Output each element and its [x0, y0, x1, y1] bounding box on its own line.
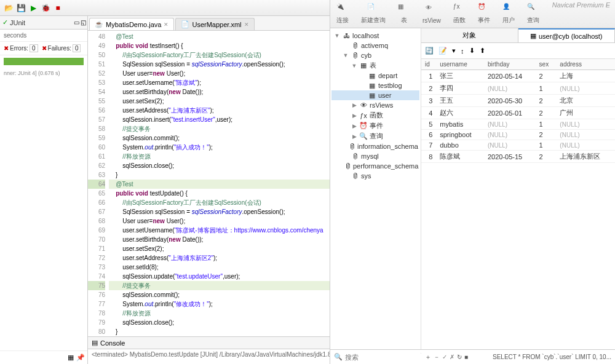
- tree-row[interactable]: ▶👁rsViews: [331, 100, 419, 110]
- column-header[interactable]: birthday: [484, 59, 536, 70]
- sort-icon[interactable]: ↕: [461, 47, 464, 55]
- cell[interactable]: 上海浦东新区: [556, 151, 615, 163]
- delete-row-icon[interactable]: －: [434, 353, 440, 362]
- close-icon[interactable]: ✕: [164, 22, 169, 28]
- close-icon[interactable]: ✕: [244, 22, 249, 28]
- cell[interactable]: 2: [536, 130, 557, 140]
- table-row[interactable]: 7dubbo(NULL)1(NULL): [421, 140, 615, 151]
- cell[interactable]: 广州: [556, 107, 615, 119]
- add-row-icon[interactable]: ＋: [425, 353, 431, 362]
- table-row[interactable]: 4赵六2020-05-012广州: [421, 107, 615, 119]
- tree-toggle-icon[interactable]: ▼: [343, 52, 349, 58]
- cell[interactable]: 北京: [556, 95, 615, 107]
- tree-row[interactable]: ▶ƒx函数: [331, 110, 419, 121]
- cell[interactable]: 王五: [436, 95, 484, 107]
- tree-row[interactable]: 🛢performance_schema: [331, 161, 419, 171]
- search-input[interactable]: [345, 354, 430, 361]
- cell[interactable]: 6: [421, 130, 436, 140]
- toolbar-table[interactable]: ▦表: [392, 2, 416, 26]
- column-header[interactable]: username: [436, 59, 484, 70]
- editor-tab[interactable]: 📄UserMapper.xml✕: [175, 18, 254, 30]
- table-row[interactable]: 6springboot(NULL)2(NULL): [421, 130, 615, 140]
- tree-toggle-icon[interactable]: ▶: [351, 123, 357, 129]
- tree-row[interactable]: ▼🛢cyb: [331, 50, 419, 60]
- editor-content[interactable]: 4849505152535455565758596061626364656667…: [88, 31, 330, 336]
- cell[interactable]: 2020-05-01: [484, 107, 536, 119]
- cell[interactable]: 2020-05-30: [484, 95, 536, 107]
- table-row[interactable]: 3王五2020-05-302北京: [421, 95, 615, 107]
- refresh-icon[interactable]: ↻: [457, 354, 462, 360]
- toolbar-search[interactable]: 🔍查询: [521, 2, 546, 26]
- debug-icon[interactable]: 🐞: [41, 3, 50, 13]
- tree-row[interactable]: ▦testblog: [331, 81, 419, 90]
- column-header[interactable]: sex: [536, 59, 557, 70]
- cell[interactable]: mybatis: [436, 119, 484, 130]
- tree-row[interactable]: ▦depart: [331, 71, 419, 81]
- run-icon[interactable]: ▶: [28, 3, 38, 13]
- table-row[interactable]: 5mybatis(NULL)1(NULL): [421, 119, 615, 130]
- export-icon[interactable]: ⬆: [480, 47, 485, 55]
- layout-icon[interactable]: ▦: [68, 354, 74, 362]
- tree-toggle-icon[interactable]: ▼: [334, 33, 340, 39]
- stop-icon[interactable]: ■: [464, 354, 468, 360]
- tree-toggle-icon[interactable]: ▶: [351, 113, 357, 119]
- cell[interactable]: 1: [536, 119, 557, 130]
- save-icon[interactable]: 💾: [16, 3, 26, 13]
- tree-row[interactable]: ▶🔍查询: [331, 131, 419, 141]
- tree-row[interactable]: ▼🖧localhost: [331, 31, 419, 41]
- editor-tab[interactable]: ☕MybatisDemo.java✕: [89, 18, 174, 30]
- table-row[interactable]: 1张三2020-05-142上海: [421, 70, 615, 82]
- filter-icon[interactable]: ▾: [452, 47, 456, 55]
- stop-icon[interactable]: ■: [53, 3, 63, 13]
- cell[interactable]: (NULL): [484, 82, 536, 95]
- cell[interactable]: 1: [421, 70, 436, 82]
- cell[interactable]: (NULL): [556, 140, 615, 151]
- cell[interactable]: 张三: [436, 70, 484, 82]
- tree-toggle-icon[interactable]: ▼: [351, 63, 357, 69]
- cell[interactable]: 5: [421, 119, 436, 130]
- junit-tab[interactable]: ✓ JUnit: [2, 18, 25, 26]
- cell[interactable]: dubbo: [436, 140, 484, 151]
- cell[interactable]: 2: [536, 151, 557, 163]
- cell[interactable]: (NULL): [556, 119, 615, 130]
- import-icon[interactable]: ⬇: [469, 47, 475, 55]
- table-row[interactable]: 8陈彦斌2020-05-152上海浦东新区: [421, 151, 615, 163]
- tree-row[interactable]: ▦user: [331, 90, 419, 100]
- pin-icon[interactable]: 📌: [76, 354, 85, 362]
- cell[interactable]: 3: [421, 95, 436, 107]
- cell[interactable]: 赵六: [436, 107, 484, 119]
- table-row[interactable]: 2李四(NULL)1(NULL): [421, 82, 615, 95]
- toolbar-view[interactable]: 👁rsView: [416, 3, 447, 25]
- cell[interactable]: 2: [536, 95, 557, 107]
- cell[interactable]: (NULL): [484, 140, 536, 151]
- maximize-icon[interactable]: ◱: [81, 19, 86, 26]
- console-output[interactable]: <terminated> MybatisDemo.testUpdate [JUn…: [88, 349, 330, 360]
- toolbar-fx[interactable]: ƒx函数: [447, 2, 472, 26]
- tree-toggle-icon[interactable]: ▶: [351, 102, 357, 108]
- tree-row[interactable]: 🛢information_schema: [331, 141, 419, 151]
- tree-row[interactable]: ▼▦表: [331, 60, 419, 71]
- cell[interactable]: 2: [536, 70, 557, 82]
- cell[interactable]: (NULL): [556, 130, 615, 140]
- begin-icon[interactable]: 🔄: [425, 47, 434, 55]
- column-header[interactable]: id: [421, 59, 436, 70]
- cell[interactable]: 2020-05-14: [484, 70, 536, 82]
- tree-row[interactable]: ▶⏰事件: [331, 121, 419, 131]
- cell[interactable]: 4: [421, 107, 436, 119]
- toolbar-user[interactable]: 👤用户: [496, 2, 521, 26]
- cell[interactable]: 7: [421, 140, 436, 151]
- cell[interactable]: 8: [421, 151, 436, 163]
- toolbar-doc[interactable]: 📄新建查询: [355, 2, 392, 26]
- text-icon[interactable]: 📝: [438, 47, 447, 55]
- db-tree[interactable]: ▼🖧localhost🛢activemq▼🛢cyb▼▦表▦depart▦test…: [330, 28, 421, 349]
- cell[interactable]: springboot: [436, 130, 484, 140]
- cell[interactable]: (NULL): [556, 82, 615, 95]
- tree-toggle-icon[interactable]: ▶: [351, 133, 357, 140]
- cell[interactable]: 陈彦斌: [436, 151, 484, 163]
- tree-row[interactable]: 🛢mysql: [331, 151, 419, 161]
- console-label[interactable]: Console: [100, 339, 125, 347]
- minimize-icon[interactable]: ▭: [74, 19, 79, 26]
- cancel-icon[interactable]: ✗: [450, 354, 454, 360]
- data-table[interactable]: idusernamebirthdaysexaddress1张三2020-05-1…: [421, 59, 615, 349]
- cell[interactable]: 2020-05-15: [484, 151, 536, 163]
